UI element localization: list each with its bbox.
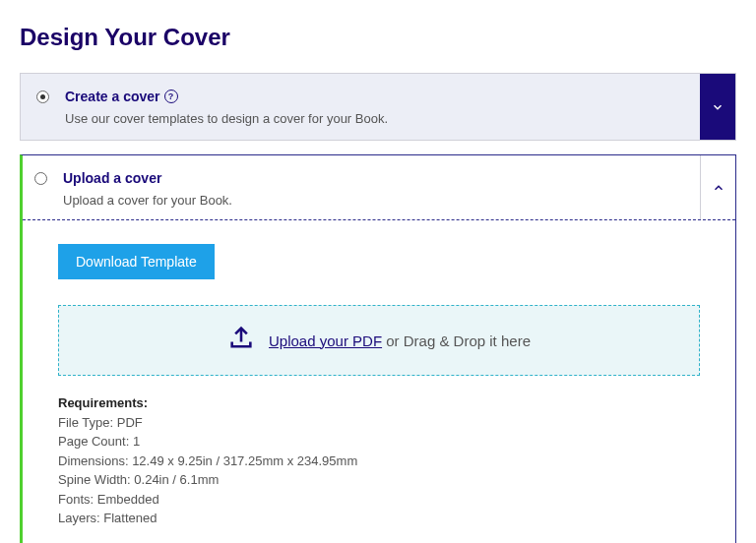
requirements-heading: Requirements: bbox=[58, 393, 700, 413]
upload-icon bbox=[227, 325, 255, 356]
chevron-down-icon bbox=[711, 100, 724, 114]
req-fonts: Fonts: Embedded bbox=[58, 490, 700, 510]
upload-cover-header[interactable]: Upload a cover Upload a cover for your B… bbox=[23, 155, 735, 220]
req-dimensions: Dimensions: 12.49 x 9.25in / 317.25mm x … bbox=[58, 452, 700, 471]
create-cover-body: Create a cover ? Use our cover templates… bbox=[21, 74, 700, 140]
req-file-type: File Type: PDF bbox=[58, 413, 700, 433]
create-cover-title: Create a cover ? bbox=[65, 89, 178, 104]
create-cover-toggle[interactable] bbox=[700, 74, 735, 140]
upload-cover-option: Upload a cover Upload a cover for your B… bbox=[20, 154, 736, 543]
create-cover-radio[interactable] bbox=[36, 90, 49, 103]
create-cover-option[interactable]: Create a cover ? Use our cover templates… bbox=[20, 73, 736, 141]
upload-pdf-link[interactable]: Upload your PDF bbox=[269, 332, 382, 349]
req-spine-width: Spine Width: 0.24in / 6.1mm bbox=[58, 470, 700, 490]
help-icon[interactable]: ? bbox=[164, 90, 178, 103]
upload-cover-desc: Upload a cover for your Book. bbox=[63, 193, 684, 208]
download-template-button[interactable]: Download Template bbox=[58, 244, 215, 279]
page-title: Design Your Cover bbox=[20, 24, 736, 51]
req-layers: Layers: Flattened bbox=[58, 509, 700, 528]
requirements: Requirements: File Type: PDF Page Count:… bbox=[58, 393, 700, 528]
upload-cover-toggle[interactable] bbox=[700, 155, 735, 219]
create-cover-desc: Use our cover templates to design a cove… bbox=[65, 111, 684, 126]
chevron-up-icon bbox=[712, 181, 725, 195]
upload-cover-content: Download Template Upload your PDF or Dra… bbox=[23, 220, 735, 543]
upload-dropzone[interactable]: Upload your PDF or Drag & Drop it here bbox=[58, 305, 700, 376]
upload-text: Upload your PDF or Drag & Drop it here bbox=[269, 332, 531, 349]
req-page-count: Page Count: 1 bbox=[58, 432, 700, 452]
upload-cover-radio[interactable] bbox=[34, 172, 47, 185]
upload-cover-title: Upload a cover bbox=[63, 170, 161, 186]
